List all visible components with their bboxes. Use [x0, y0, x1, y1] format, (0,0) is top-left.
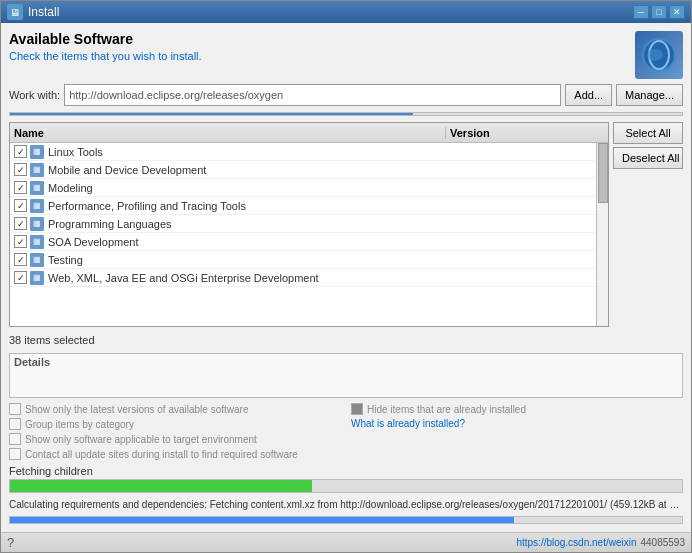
main-content: Available Software Check the items that …	[1, 23, 691, 532]
bottom-progress-fill	[10, 517, 514, 523]
options-col-left: Show only the latest versions of availab…	[9, 403, 341, 460]
titlebar: 🖥 Install ─ □ ✕	[1, 1, 691, 23]
window-title: Install	[28, 5, 633, 19]
option-item-1: Group items by category	[9, 418, 341, 430]
top-progress-fill	[10, 113, 413, 115]
list-item[interactable]: ▦ Modeling	[10, 179, 596, 197]
help-icon[interactable]: ?	[7, 535, 14, 550]
list-item[interactable]: ▦ SOA Development	[10, 233, 596, 251]
details-section: Details	[9, 353, 683, 398]
fetching-progress-fill	[10, 480, 312, 492]
options-section: Show only the latest versions of availab…	[9, 403, 683, 460]
option-label-0: Show only the latest versions of availab…	[25, 404, 248, 415]
item-label-1: Mobile and Device Development	[48, 164, 206, 176]
option-label-1: Group items by category	[25, 419, 134, 430]
option-item-2: Show only software applicable to target …	[9, 433, 341, 445]
eclipse-logo-icon	[635, 31, 683, 79]
item-label-2: Modeling	[48, 182, 93, 194]
details-label: Details	[14, 356, 678, 368]
window-icon: 🖥	[7, 4, 23, 20]
item-icon-5: ▦	[30, 235, 44, 249]
top-progress-bar	[9, 112, 683, 116]
selected-count: 38 items selected	[9, 332, 683, 348]
right-buttons: Select All Deselect All	[613, 122, 683, 327]
list-item[interactable]: ▦ Performance, Profiling and Tracing Too…	[10, 197, 596, 215]
bottom-progress-bar	[9, 516, 683, 524]
option-item-4: Hide items that are already installed	[351, 403, 683, 415]
deselect-all-button[interactable]: Deselect All	[613, 147, 683, 169]
select-all-button[interactable]: Select All	[613, 122, 683, 144]
item-checkbox-6[interactable]	[14, 253, 27, 266]
fetching-progress-bar	[9, 479, 683, 493]
list-item[interactable]: ▦ Testing	[10, 251, 596, 269]
column-name-header: Name	[10, 127, 446, 139]
option-label-2: Show only software applicable to target …	[25, 434, 257, 445]
item-label-4: Programming Languages	[48, 218, 172, 230]
options-col-right: Hide items that are already installed Wh…	[351, 403, 683, 460]
item-label-5: SOA Development	[48, 236, 139, 248]
item-icon-4: ▦	[30, 217, 44, 231]
maximize-button[interactable]: □	[651, 5, 667, 19]
list-header: Name Version	[10, 123, 608, 143]
item-icon-2: ▦	[30, 181, 44, 195]
item-icon-7: ▦	[30, 271, 44, 285]
option-checkbox-2[interactable]	[9, 433, 21, 445]
item-checkbox-4[interactable]	[14, 217, 27, 230]
item-label-7: Web, XML, Java EE and OSGi Enterprise De…	[48, 272, 319, 284]
option-label-4: Hide items that are already installed	[367, 404, 526, 415]
list-item[interactable]: ▦ Programming Languages	[10, 215, 596, 233]
option-checkbox-4[interactable]	[351, 403, 363, 415]
status-bar: ? https://blog.csdn.net/weixin 44085593	[1, 532, 691, 552]
option-item-5: What is already installed?	[351, 418, 683, 429]
list-item[interactable]: ▦ Linux Tools	[10, 143, 596, 161]
add-button[interactable]: Add...	[565, 84, 612, 106]
what-installed-link[interactable]: What is already installed?	[351, 418, 465, 429]
column-version-header: Version	[446, 127, 596, 139]
list-scrollbar[interactable]	[596, 143, 608, 326]
page-title: Available Software	[9, 31, 202, 47]
status-link[interactable]: https://blog.csdn.net/weixin	[516, 537, 636, 548]
item-icon-6: ▦	[30, 253, 44, 267]
software-list: Name Version ▦ Linux Tools	[9, 122, 609, 327]
option-checkbox-1[interactable]	[9, 418, 21, 430]
item-checkbox-0[interactable]	[14, 145, 27, 158]
item-label-6: Testing	[48, 254, 83, 266]
fetching-section: Fetching children	[9, 465, 683, 493]
header-text: Available Software Check the items that …	[9, 31, 202, 62]
item-icon-3: ▦	[30, 199, 44, 213]
item-label-0: Linux Tools	[48, 146, 103, 158]
work-with-input[interactable]	[64, 84, 561, 106]
work-with-label: Work with:	[9, 89, 60, 101]
option-checkbox-3[interactable]	[9, 448, 21, 460]
calculating-text: Calculating requirements and dependencie…	[9, 498, 683, 511]
list-item[interactable]: ▦ Web, XML, Java EE and OSGi Enterprise …	[10, 269, 596, 287]
install-window: 🖥 Install ─ □ ✕ Available Software Check…	[0, 0, 692, 553]
fetching-label: Fetching children	[9, 465, 683, 477]
item-checkbox-1[interactable]	[14, 163, 27, 176]
item-icon-0: ▦	[30, 145, 44, 159]
header-section: Available Software Check the items that …	[9, 31, 683, 79]
status-code: 44085593	[641, 537, 686, 548]
page-subtitle: Check the items that you wish to install…	[9, 50, 202, 62]
titlebar-buttons: ─ □ ✕	[633, 5, 685, 19]
option-label-3: Contact all update sites during install …	[25, 449, 298, 460]
option-item-0: Show only the latest versions of availab…	[9, 403, 341, 415]
item-checkbox-5[interactable]	[14, 235, 27, 248]
item-checkbox-7[interactable]	[14, 271, 27, 284]
item-checkbox-2[interactable]	[14, 181, 27, 194]
minimize-button[interactable]: ─	[633, 5, 649, 19]
svg-point-2	[647, 49, 663, 61]
work-with-row: Work with: Add... Manage...	[9, 84, 683, 106]
list-section: Name Version ▦ Linux Tools	[9, 122, 683, 327]
option-checkbox-0[interactable]	[9, 403, 21, 415]
close-button[interactable]: ✕	[669, 5, 685, 19]
status-left: ?	[7, 535, 14, 550]
manage-button[interactable]: Manage...	[616, 84, 683, 106]
item-icon-1: ▦	[30, 163, 44, 177]
item-checkbox-3[interactable]	[14, 199, 27, 212]
scrollbar-thumb[interactable]	[598, 143, 608, 203]
option-item-3: Contact all update sites during install …	[9, 448, 341, 460]
list-item[interactable]: ▦ Mobile and Device Development	[10, 161, 596, 179]
list-scroll[interactable]: ▦ Linux Tools ▦ Mobile and Device Develo…	[10, 143, 596, 326]
item-label-3: Performance, Profiling and Tracing Tools	[48, 200, 246, 212]
